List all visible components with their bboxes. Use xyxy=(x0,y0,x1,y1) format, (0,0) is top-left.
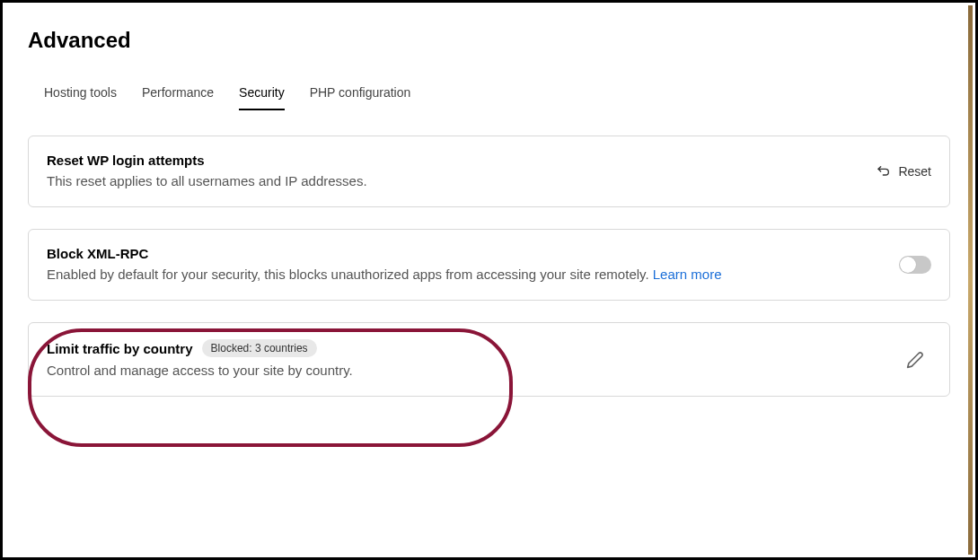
tab-security[interactable]: Security xyxy=(239,85,285,110)
card-desc-text: Enabled by default for your security, th… xyxy=(47,267,653,282)
card-desc-block-xmlrpc: Enabled by default for your security, th… xyxy=(47,265,899,284)
tabs: Hosting tools Performance Security PHP c… xyxy=(28,85,950,110)
tab-php-configuration[interactable]: PHP configuration xyxy=(310,85,411,110)
tab-performance[interactable]: Performance xyxy=(142,85,214,110)
card-title-reset-wp: Reset WP login attempts xyxy=(47,153,205,168)
card-block-xmlrpc: Block XML-RPC Enabled by default for you… xyxy=(28,229,950,301)
blocked-countries-badge: Blocked: 3 countries xyxy=(202,339,317,357)
undo-icon xyxy=(877,164,891,179)
block-xmlrpc-toggle[interactable] xyxy=(899,256,931,274)
reset-button-label: Reset xyxy=(898,164,931,179)
reset-button[interactable]: Reset xyxy=(877,164,931,179)
pencil-icon xyxy=(906,351,924,369)
tab-hosting-tools[interactable]: Hosting tools xyxy=(44,85,117,110)
toggle-knob xyxy=(900,257,916,273)
card-reset-wp-login: Reset WP login attempts This reset appli… xyxy=(28,136,950,207)
card-title-block-xmlrpc: Block XML-RPC xyxy=(47,246,148,261)
learn-more-link[interactable]: Learn more xyxy=(653,267,722,282)
edit-button[interactable] xyxy=(899,344,931,376)
card-limit-traffic: Limit traffic by country Blocked: 3 coun… xyxy=(28,322,950,397)
card-title-limit-traffic: Limit traffic by country Blocked: 3 coun… xyxy=(47,339,317,357)
card-desc-limit-traffic: Control and manage access to your site b… xyxy=(47,361,899,380)
page-title: Advanced xyxy=(28,28,950,53)
scrollbar[interactable] xyxy=(968,5,973,555)
card-desc-reset-wp: This reset applies to all usernames and … xyxy=(47,171,877,190)
card-title-text: Limit traffic by country xyxy=(47,341,193,356)
